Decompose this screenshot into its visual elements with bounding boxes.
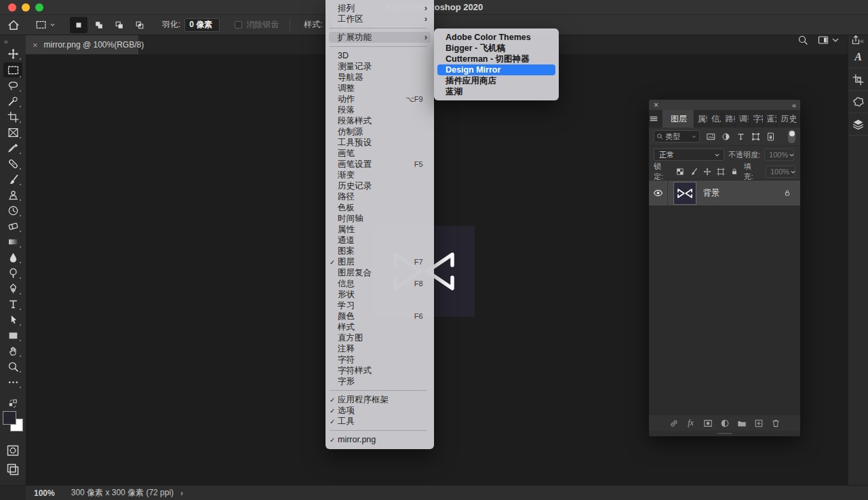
menu-item[interactable]: ✓ 字符样式 ›: [326, 365, 434, 376]
panel-tab[interactable]: 字符: [749, 110, 762, 128]
submenu-item[interactable]: Design Mirror: [437, 64, 555, 75]
foreground-color-swatch[interactable]: [3, 411, 16, 425]
menu-item[interactable]: ✓ ›: [326, 427, 434, 434]
rectangle-tool[interactable]: [3, 330, 22, 341]
new-layer-icon[interactable]: [754, 419, 764, 428]
layer-effects-icon[interactable]: fx: [686, 419, 696, 428]
panel-menu-icon[interactable]: [649, 114, 658, 123]
frame-tool[interactable]: [3, 127, 22, 138]
search-icon[interactable]: [797, 35, 808, 45]
blend-mode-select[interactable]: 正常: [654, 149, 724, 161]
clone-stamp-tool[interactable]: [3, 189, 22, 201]
screen-mode-icon[interactable]: [5, 463, 20, 476]
menu-item[interactable]: ✓ 导航器 ›: [326, 72, 434, 83]
panel-tab[interactable]: 属性: [694, 110, 707, 128]
panel-tab[interactable]: 信息: [707, 110, 721, 128]
menu-item[interactable]: ✓ 工具预设 ›: [326, 137, 434, 148]
filter-adjustment-icon[interactable]: [722, 132, 730, 141]
filter-smart-icon[interactable]: [766, 132, 775, 141]
menu-item[interactable]: ✓ 通道 ›: [326, 235, 434, 246]
menu-item[interactable]: ✓ 图层复合 ›: [326, 267, 434, 278]
zoom-tool[interactable]: [3, 361, 22, 372]
menu-item[interactable]: ✓ 色板 ›: [326, 202, 434, 213]
quick-mask-icon[interactable]: [5, 444, 20, 457]
lock-paint-icon[interactable]: [690, 168, 698, 176]
plugin-layers[interactable]: [848, 113, 868, 136]
marquee-tool[interactable]: [3, 62, 22, 77]
menu-item[interactable]: ✓ 应用程序框架 ›: [326, 394, 434, 405]
zoom-level[interactable]: 100%: [34, 488, 55, 498]
menu-item[interactable]: ✓ 工具 ›: [326, 416, 434, 427]
panel-resize-grip[interactable]: [649, 431, 800, 436]
panel-tab[interactable]: 图层: [663, 110, 694, 128]
link-layers-icon[interactable]: [669, 419, 679, 428]
menu-item[interactable]: ✓ 调整 ›: [326, 83, 434, 94]
menu-item[interactable]: ✓ ›: [326, 24, 434, 32]
menu-item[interactable]: ✓ 字符 ›: [326, 354, 434, 365]
menu-item[interactable]: ✓ 形状 ›: [326, 289, 434, 300]
hand-tool[interactable]: [3, 345, 22, 357]
menu-item[interactable]: ✓ 画笔 ›: [326, 148, 434, 159]
share-icon[interactable]: [850, 35, 861, 45]
subtract-selection[interactable]: [111, 17, 128, 33]
filter-shape-icon[interactable]: [751, 132, 760, 141]
new-adjustment-icon[interactable]: [720, 419, 730, 428]
lasso-tool[interactable]: [3, 80, 22, 92]
history-brush-tool[interactable]: [3, 205, 22, 216]
move-tool[interactable]: [3, 48, 22, 60]
menu-item[interactable]: ✓ 画笔设置 F5 ›: [326, 159, 434, 170]
intersect-selection[interactable]: [131, 17, 149, 33]
new-selection[interactable]: [70, 17, 87, 33]
filter-type-select[interactable]: 类型: [654, 130, 700, 142]
menu-item[interactable]: ✓ 样式 ›: [326, 322, 434, 332]
healing-brush-tool[interactable]: [3, 158, 22, 170]
gradient-tool[interactable]: [3, 236, 22, 248]
menu-item[interactable]: ✓ 段落 ›: [326, 104, 434, 115]
antialias-checkbox[interactable]: [235, 21, 242, 28]
status-chevron-icon[interactable]: ›: [180, 488, 183, 498]
toolbar-expand-icon[interactable]: »: [0, 35, 26, 47]
add-mask-icon[interactable]: [703, 419, 713, 428]
tool-preset-picker[interactable]: [35, 19, 56, 31]
workspace-switcher[interactable]: [818, 35, 841, 45]
lock-transparency-icon[interactable]: [676, 168, 684, 176]
submenu-item[interactable]: Cutterman - 切图神器: [434, 54, 559, 64]
eyedropper-tool[interactable]: [3, 142, 22, 154]
crop-tool[interactable]: [3, 111, 22, 123]
menu-item[interactable]: ✓ 排列 ›: [326, 3, 434, 14]
edit-toolbar[interactable]: [3, 377, 22, 388]
filter-type-icon[interactable]: [736, 132, 745, 141]
menu-item[interactable]: ✓ 段落样式 ›: [326, 115, 434, 126]
menu-item[interactable]: ✓ 扩展功能 ›: [329, 32, 431, 43]
filter-image-icon[interactable]: [707, 132, 715, 141]
plugin-shape[interactable]: [848, 91, 868, 113]
menu-item[interactable]: ✓ 测量记录 ›: [326, 61, 434, 72]
quick-selection-tool[interactable]: [3, 96, 22, 107]
eraser-tool[interactable]: [3, 220, 22, 232]
lock-artboard-icon[interactable]: [717, 168, 725, 176]
menu-item[interactable]: ✓ 3D ›: [326, 50, 434, 61]
path-selection-tool[interactable]: [3, 314, 22, 326]
dodge-tool[interactable]: [3, 267, 22, 279]
menu-item[interactable]: ✓ 选项 ›: [326, 405, 434, 416]
submenu-item[interactable]: 蓝湖: [434, 86, 559, 97]
fill-value[interactable]: 100%: [766, 166, 795, 178]
menu-item[interactable]: ✓ ›: [326, 43, 434, 50]
blur-tool[interactable]: [3, 252, 22, 263]
menu-item[interactable]: ✓ 图层 F7 ›: [326, 256, 434, 267]
submenu-item[interactable]: Bigger - 飞机稿: [434, 43, 559, 54]
menu-item[interactable]: ✓ 动作 ⌥F9 ›: [326, 94, 434, 104]
lock-position-icon[interactable]: [703, 168, 711, 176]
menu-item[interactable]: ✓ 属性 ›: [326, 224, 434, 235]
panel-tab[interactable]: 历史: [776, 110, 800, 128]
cutterman[interactable]: [848, 69, 868, 91]
panel-tab[interactable]: 路径: [721, 110, 734, 128]
menu-item[interactable]: ✓ mirror.png ›: [326, 434, 434, 445]
feather-input[interactable]: 0 像素: [184, 18, 220, 32]
menu-item[interactable]: ✓ 字形 ›: [326, 376, 434, 387]
panel-close-icon[interactable]: ×: [654, 102, 658, 109]
menu-item[interactable]: ✓ ›: [326, 387, 434, 394]
color-swatches[interactable]: [3, 411, 23, 431]
add-selection[interactable]: [90, 17, 108, 33]
home-icon[interactable]: [7, 18, 20, 32]
